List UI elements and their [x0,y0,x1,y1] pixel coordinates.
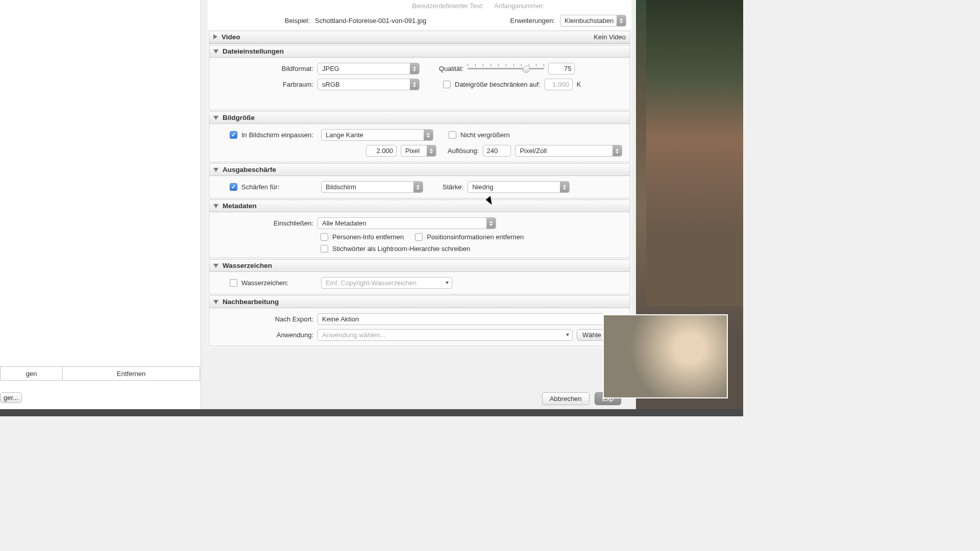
video-status: Kein Video [594,33,626,41]
image-size-title: Bildgröße [223,114,255,121]
dropdown-arrow-icon [612,145,622,156]
dropdown-arrow-icon [443,278,452,288]
start-number-label: Anfangsnummer: [494,2,555,10]
image-format-label: Bildformat: [216,65,313,72]
strength-select[interactable]: Niedrig [468,181,570,193]
colorspace-select[interactable]: sRGB [317,79,420,90]
keywords-hierarchy-label: Stichwörter als Lightroom-Hierarchie sch… [332,245,470,253]
disclosure-down-icon [213,300,218,304]
example-value: Schottland-Fotoreise-001-von-091.jpg [315,17,505,24]
left-panel [0,0,201,416]
fit-screen-checkbox[interactable] [230,131,237,139]
custom-text-label: Benutzerdefinierter Text: [213,2,494,10]
watermark-select[interactable]: Einf. Copyright-Wasserzeichen [321,277,452,289]
post-processing-header[interactable]: Nachbearbeitung [209,296,630,308]
sidebar-bottom-buttons: gen Entfernen [0,366,201,381]
dropdown-arrow-icon [424,130,433,140]
file-settings-header[interactable]: Dateieinstellungen [209,45,630,58]
sharpen-label: Schärfen für: [241,183,317,191]
after-export-value: Keine Aktion [322,315,359,323]
sharpening-section: Ausgabeschärfe Schärfen für: Bildschirm … [209,163,630,198]
add-preset-label: gen [26,370,37,378]
strength-value: Niedrig [472,183,493,191]
resolution-unit-value: Pixel/Zoll [520,147,547,155]
post-processing-title: Nachbearbeitung [223,298,279,306]
dropdown-arrow-icon [563,330,572,340]
file-settings-section: Dateieinstellungen Bildformat: JPEG Qual… [209,45,630,110]
preset-manager-button[interactable]: ger... [0,392,22,403]
dimension-input[interactable]: 2.000 [366,145,397,157]
include-metadata-select[interactable]: Alle Metadaten [317,217,496,229]
application-select[interactable]: Anwendung wählen... [317,329,573,341]
resolution-value: 240 [486,147,498,155]
watermark-section: Wasserzeichen Wasserzeichen: Einf. Copyr… [209,259,630,294]
limit-filesize-checkbox[interactable] [443,81,451,88]
sharpen-checkbox[interactable] [230,183,237,191]
file-settings-title: Dateieinstellungen [223,47,284,55]
limit-filesize-unit: K [577,81,581,88]
dropdown-arrow-icon [410,63,419,74]
fit-mode-select[interactable]: Lange Kante [321,129,433,141]
extensions-select[interactable]: Kleinbuchstaben [560,15,626,27]
image-format-value: JPEG [322,65,339,72]
no-upscale-label: Nicht vergrößern [460,131,510,139]
watermark-checkbox[interactable] [230,279,237,287]
photo-preview [646,0,743,306]
add-preset-button[interactable]: gen [0,366,62,381]
no-upscale-checkbox[interactable] [449,131,456,139]
cancel-label: Abbrechen [550,395,582,403]
watermark-value: Einf. Copyright-Wasserzeichen [326,279,416,287]
dropdown-arrow-icon [617,15,626,26]
disclosure-down-icon [213,204,218,208]
keywords-hierarchy-checkbox[interactable] [321,245,328,253]
video-header[interactable]: Video Kein Video [209,31,630,43]
dimension-value: 2.000 [376,147,393,155]
image-format-select[interactable]: JPEG [317,63,420,74]
application-value: Anwendung wählen... [322,331,385,339]
fit-mode-value: Lange Kante [326,131,363,139]
quality-slider[interactable] [468,64,544,74]
dropdown-arrow-icon [410,79,419,90]
slider-thumb-icon[interactable] [523,66,530,73]
watermark-title: Wasserzeichen [223,262,272,269]
after-export-select[interactable]: Keine Aktion [317,313,603,325]
remove-preset-button[interactable]: Entfernen [62,366,200,381]
dialog-buttons: Abbrechen Exp [208,392,626,405]
include-metadata-value: Alle Metadaten [322,219,366,227]
remove-location-checkbox[interactable] [415,233,423,241]
include-label: Einschließen: [216,219,313,227]
remove-person-checkbox[interactable] [321,233,328,241]
watermark-header[interactable]: Wasserzeichen [209,260,630,272]
dropdown-arrow-icon [413,182,423,192]
dropdown-arrow-icon [560,182,569,192]
quality-value: 75 [564,65,571,72]
sharpen-target-select[interactable]: Bildschirm [321,181,423,193]
sharpening-header[interactable]: Ausgabeschärfe [209,164,630,176]
colorspace-label: Farbraum: [216,81,313,88]
remove-person-label: Personen-Info entfernen [332,233,404,241]
resolution-input[interactable]: 240 [483,145,511,157]
metadata-title: Metadaten [223,202,257,210]
application-label: Anwendung: [216,331,313,339]
quality-input[interactable]: 75 [548,63,575,74]
disclosure-down-icon [213,116,218,120]
dimension-unit-value: Pixel [405,147,420,155]
image-size-section: Bildgröße In Bildschirm einpassen: Lange… [209,111,630,162]
extensions-value: Kleinbuchstaben [565,17,614,24]
resolution-unit-select[interactable]: Pixel/Zoll [515,145,622,157]
resolution-label: Auflösung: [448,147,479,155]
bottom-bar [0,409,743,416]
video-title: Video [222,33,240,41]
dimension-unit-select[interactable]: Pixel [401,145,436,157]
limit-filesize-input[interactable]: 1.000 [545,79,573,90]
metadata-header[interactable]: Metadaten [209,200,630,212]
quality-label: Qualität: [439,65,463,72]
export-settings-panel: Benutzerdefinierter Text: Anfangsnummer:… [208,0,631,347]
limit-filesize-label: Dateigröße beschränken auf: [455,81,541,88]
example-label: Beispiel: [213,17,310,24]
image-size-header[interactable]: Bildgröße [209,112,630,124]
remove-preset-label: Entfernen [117,370,145,378]
colorspace-value: sRGB [322,81,340,88]
disclosure-down-icon [213,49,218,54]
cancel-button[interactable]: Abbrechen [542,392,590,405]
